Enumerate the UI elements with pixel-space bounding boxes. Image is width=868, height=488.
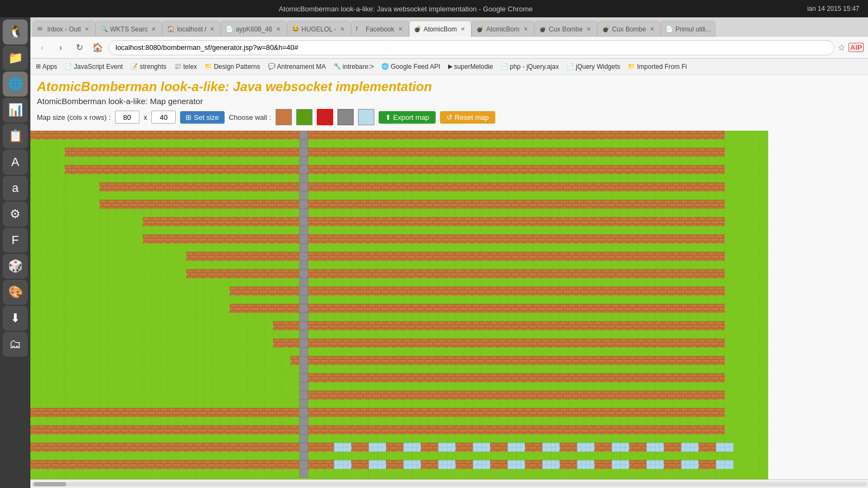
- paint-icon[interactable]: 🎨: [3, 280, 28, 305]
- bookmark-intrebare:>[interactable]: 🔧intrebare:>: [330, 62, 378, 72]
- tab-tab5[interactable]: 😂HUGELOL -✕: [287, 21, 351, 37]
- bookmark-label: telex: [183, 63, 197, 70]
- tab-favicon: f: [356, 25, 363, 33]
- wall-option-red[interactable]: [317, 109, 333, 125]
- page-header: AtomicBomberman look-a-like: Java websoc…: [30, 75, 868, 131]
- bookmark-label: intrebare:>: [343, 63, 374, 70]
- tab-label: Primul utili...: [675, 25, 711, 33]
- tab-tab8[interactable]: 💣AtomicBom✕: [471, 21, 534, 37]
- tab-label: Cux Bombe: [549, 25, 583, 33]
- download-icon[interactable]: ⬇: [3, 306, 28, 331]
- sidebar: 🐧📁🌐📊📋Aa⚙F🎲🎨⬇🗂: [0, 17, 30, 488]
- settings-icon[interactable]: ⚙: [3, 202, 28, 227]
- tab-close-icon[interactable]: ✕: [83, 25, 91, 33]
- title-text: AtomicBomberman look-a-like: Java websoc…: [4, 5, 807, 13]
- home-button[interactable]: 🏠: [90, 40, 105, 55]
- tab-close-icon[interactable]: ✕: [585, 25, 592, 33]
- bookmark-google-feed-api[interactable]: 🌐Google Feed API: [378, 62, 443, 72]
- bookmark-imported-from-fi[interactable]: 📁Imported From Fi: [624, 62, 690, 72]
- forward-button[interactable]: ›: [53, 40, 68, 55]
- tab-favicon: 📄: [666, 25, 673, 33]
- aip-icon[interactable]: AIP: [848, 43, 864, 52]
- bookmark-icon: ⊞: [36, 63, 41, 70]
- bookmark-icon: 🌐: [381, 63, 389, 70]
- reset-map-button[interactable]: ↺ Reset map: [440, 111, 495, 124]
- spreadsheet-icon[interactable]: 📊: [3, 98, 28, 123]
- url-input[interactable]: [108, 40, 834, 55]
- tab-label: WKTS Searc: [110, 25, 148, 33]
- tab-close-icon[interactable]: ✕: [208, 25, 216, 33]
- tab-tab3[interactable]: 🏠localhost /✕: [162, 21, 221, 37]
- tab-label: AtomicBom: [486, 25, 519, 33]
- window-controls: ian 14 2015 15:47: [807, 5, 864, 12]
- map-container[interactable]: [30, 131, 868, 479]
- ubuntu-icon[interactable]: 🐧: [3, 20, 28, 44]
- tab-close-icon[interactable]: ✕: [397, 25, 404, 33]
- bookmark-antrenament-ma[interactable]: 💬Antrenament MA: [265, 62, 329, 72]
- tab-label: Facebook: [366, 25, 394, 33]
- bookmark-label: Google Feed API: [391, 63, 440, 70]
- page-subtitle: AtomicBomberman look-a-like: Map generat…: [37, 97, 861, 106]
- choose-wall-label: Choose wall :: [229, 113, 271, 121]
- tab-close-icon[interactable]: ✕: [459, 25, 467, 33]
- bookmark-strenghts[interactable]: 📝strenghts: [127, 62, 169, 72]
- tab-tab9[interactable]: 💣Cux Bombe✕: [534, 21, 598, 37]
- wall-option-stone[interactable]: [337, 109, 354, 125]
- wall-option-grass[interactable]: [296, 109, 312, 125]
- bookmark-jquery-widgets[interactable]: 📄jQuery Widgets: [563, 62, 623, 72]
- set-size-button[interactable]: ⊞ Set size: [180, 111, 224, 124]
- tab-tab4[interactable]: 📄aypK608_46✕: [221, 21, 286, 37]
- presentation-icon[interactable]: 📋: [3, 124, 28, 149]
- bookmark-label: Apps: [42, 63, 57, 70]
- tab-tab1[interactable]: ✉Inbox - Outl✕: [33, 21, 95, 37]
- address-bar: ‹ › ↻ 🏠 ☆ AIP: [30, 37, 868, 59]
- bookmark-star-icon[interactable]: ☆: [838, 42, 845, 53]
- tab-close-icon[interactable]: ✕: [150, 25, 157, 33]
- bookmark-icon: 📄: [501, 63, 508, 70]
- bookmark-icon: 📄: [65, 63, 72, 70]
- map-canvas[interactable]: [30, 131, 868, 479]
- text-editor-icon[interactable]: A: [3, 150, 28, 175]
- 3d-icon[interactable]: 🎲: [3, 254, 28, 279]
- reset-label: Reset map: [455, 113, 489, 121]
- scrollbar-thumb[interactable]: [34, 482, 66, 486]
- tab-tab6[interactable]: fFacebook✕: [351, 21, 409, 37]
- tab-close-icon[interactable]: ✕: [522, 25, 529, 33]
- bookmark-icon: 📄: [566, 63, 574, 70]
- reload-button[interactable]: ↻: [72, 40, 87, 55]
- tab-close-icon[interactable]: ✕: [648, 25, 656, 33]
- bookmark-design-patterns[interactable]: 📁Design Patterns: [201, 62, 263, 72]
- page-content: AtomicBomberman look-a-like: Java websoc…: [30, 75, 868, 488]
- wall-option-ice[interactable]: [358, 109, 374, 125]
- back-button[interactable]: ‹: [35, 40, 50, 55]
- horizontal-scrollbar[interactable]: [30, 479, 868, 488]
- bookmark-icon: 📰: [174, 63, 182, 70]
- map-size-label: Map size (cols x rows) :: [37, 113, 111, 121]
- filezilla-icon[interactable]: F: [3, 228, 28, 253]
- tab-close-icon[interactable]: ✕: [275, 25, 282, 33]
- tab-tab11[interactable]: 📄Primul utili...: [661, 21, 716, 37]
- export-map-button[interactable]: ⬆ Export map: [379, 111, 436, 124]
- tab-label: AtomicBom: [424, 25, 457, 33]
- cols-input[interactable]: [115, 111, 139, 124]
- bookmark-label: JavaScript Event: [74, 63, 123, 70]
- tab-label: Cux Bombe: [612, 25, 646, 33]
- files2-icon[interactable]: 🗂: [3, 332, 28, 357]
- files-icon[interactable]: 📁: [3, 46, 28, 70]
- tab-tab10[interactable]: 💣Cux Bombe✕: [597, 21, 661, 37]
- bookmark-supermelodie[interactable]: ▶superMelodie: [445, 62, 496, 72]
- tab-tab2[interactable]: 🔍WKTS Searc✕: [95, 21, 162, 37]
- bookmark-apps[interactable]: ⊞Apps: [33, 62, 60, 72]
- export-icon: ⬆: [385, 113, 391, 121]
- browser-icon[interactable]: 🌐: [3, 72, 28, 97]
- wall-option-brick[interactable]: [276, 109, 292, 125]
- tab-close-icon[interactable]: ✕: [339, 25, 346, 33]
- tab-favicon: 😂: [292, 25, 299, 33]
- bookmark-php---jquery.ajax[interactable]: 📄php - jQuery.ajax: [497, 62, 563, 72]
- bookmark-telex[interactable]: 📰telex: [171, 62, 200, 72]
- amazon-icon[interactable]: a: [3, 176, 28, 201]
- tab-tab7[interactable]: 💣AtomicBom✕: [409, 21, 471, 37]
- bookmark-javascript-event[interactable]: 📄JavaScript Event: [61, 62, 126, 72]
- rows-input[interactable]: [151, 111, 176, 124]
- bookmarks-bar: ⊞Apps📄JavaScript Event📝strenghts📰telex📁D…: [30, 59, 868, 75]
